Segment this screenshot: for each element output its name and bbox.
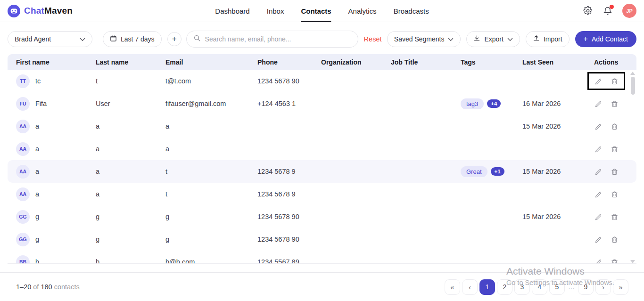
- add-filter-button[interactable]: +: [167, 32, 182, 46]
- cell-tags: Great+1: [461, 166, 522, 177]
- pagination-last-button[interactable]: »: [613, 279, 628, 295]
- table-row[interactable]: TTtctt@t.com1234 5678 90: [8, 70, 636, 92]
- cell-first-name: GGg: [16, 210, 96, 224]
- cell-phone: 1234 5678 90: [257, 213, 321, 220]
- column-header-tags[interactable]: Tags: [461, 58, 522, 66]
- first-name-text: a: [35, 190, 39, 198]
- table-row[interactable]: GGggg1234 5678 9015 Mar 2026: [8, 205, 636, 228]
- cell-first-name: AAa: [16, 120, 96, 133]
- export-label: Export: [484, 35, 503, 43]
- scrollbar-up-arrow-icon[interactable]: [630, 72, 635, 75]
- edit-pencil-icon[interactable]: [594, 258, 603, 264]
- table-row[interactable]: BBbbb@b.com1234 5567 89: [8, 251, 636, 264]
- avatar: GG: [16, 210, 30, 224]
- cell-last-name: b: [96, 258, 165, 264]
- edit-pencil-icon[interactable]: [594, 99, 603, 108]
- table-row[interactable]: AAaat1234 5678 9: [8, 183, 636, 205]
- delete-trash-icon[interactable]: [610, 258, 619, 264]
- column-header-phone[interactable]: Phone: [257, 58, 321, 66]
- nav-item-analytics[interactable]: Analytics: [348, 0, 377, 22]
- notifications-bell-icon[interactable]: [603, 6, 613, 16]
- nav-item-contacts[interactable]: Contacts: [301, 0, 331, 22]
- column-header-email[interactable]: Email: [165, 58, 257, 66]
- delete-trash-icon[interactable]: [610, 212, 619, 221]
- cell-first-name: AAa: [16, 187, 96, 201]
- pagination-next-button[interactable]: ›: [595, 279, 611, 295]
- avatar: FU: [16, 97, 30, 111]
- scrollbar-thumb[interactable]: [631, 77, 635, 95]
- delete-trash-icon[interactable]: [610, 235, 619, 244]
- column-header-first-name[interactable]: First name: [16, 58, 96, 66]
- first-name-text: b: [35, 258, 39, 264]
- pagination-page-9[interactable]: 9: [578, 279, 594, 295]
- cell-first-name: TTtc: [16, 74, 96, 88]
- edit-pencil-icon[interactable]: [594, 77, 603, 85]
- tag-count-badge[interactable]: +4: [487, 99, 501, 108]
- search-input[interactable]: [205, 35, 351, 43]
- delete-trash-icon[interactable]: [610, 145, 619, 153]
- add-contact-button[interactable]: + Add Contact: [575, 31, 636, 47]
- pagination-prev-button[interactable]: ‹: [462, 279, 478, 295]
- search-box: [186, 31, 358, 48]
- user-avatar[interactable]: JP: [622, 4, 636, 18]
- tag-pill[interactable]: Great: [461, 166, 487, 177]
- cell-last-name: a: [96, 168, 165, 175]
- nav-item-dashboard[interactable]: Dashboard: [215, 0, 249, 22]
- column-header-last-seen[interactable]: Last Seen: [522, 58, 594, 66]
- table-row[interactable]: AAaat1234 5678 9Great+115 Mar 2026: [8, 160, 636, 183]
- cell-email: g: [165, 236, 257, 243]
- cell-tags: tag3+4: [461, 98, 522, 109]
- table-row[interactable]: AAaaa: [8, 138, 636, 160]
- pagination-page-5[interactable]: 5: [549, 279, 565, 295]
- edit-pencil-icon[interactable]: [594, 235, 603, 244]
- count-range: 1–20: [16, 283, 31, 291]
- chevron-down-icon: [80, 35, 85, 43]
- edit-pencil-icon[interactable]: [594, 122, 603, 130]
- edit-pencil-icon[interactable]: [594, 167, 603, 176]
- count-unit: contacts: [54, 283, 80, 291]
- delete-trash-icon[interactable]: [610, 190, 619, 198]
- agent-select[interactable]: Bradd Agent: [8, 31, 92, 47]
- brand-logo[interactable]: ChatMaven: [8, 5, 73, 17]
- column-header-job-title[interactable]: Job Title: [391, 58, 461, 66]
- pagination-first-button[interactable]: «: [445, 279, 460, 295]
- saved-segments-dropdown[interactable]: Saved Segments: [387, 31, 461, 47]
- cell-last-name: a: [96, 122, 165, 130]
- pagination-page-2[interactable]: 2: [497, 279, 512, 295]
- reset-filters-link[interactable]: Reset: [364, 35, 382, 43]
- tag-pill[interactable]: tag3: [461, 98, 484, 109]
- import-label: Import: [544, 35, 562, 43]
- pagination-page-3[interactable]: 3: [514, 279, 530, 295]
- first-name-text: g: [35, 213, 39, 220]
- first-name-text: Fifa: [35, 100, 47, 107]
- edit-pencil-icon[interactable]: [594, 145, 603, 153]
- edit-pencil-icon[interactable]: [594, 190, 603, 198]
- chevron-down-icon: [448, 35, 454, 43]
- tag-count-badge[interactable]: +1: [491, 167, 504, 176]
- column-header-organization[interactable]: Organization: [321, 58, 391, 66]
- delete-trash-icon[interactable]: [610, 99, 619, 108]
- cell-last-name: a: [96, 190, 165, 198]
- cell-last-name: User: [96, 100, 165, 107]
- nav-item-inbox[interactable]: Inbox: [267, 0, 284, 22]
- export-dropdown[interactable]: Export: [466, 31, 520, 47]
- pagination-page-4[interactable]: 4: [532, 279, 547, 295]
- delete-trash-icon[interactable]: [610, 77, 619, 85]
- column-header-last-name[interactable]: Last name: [96, 58, 165, 66]
- avatar: GG: [16, 233, 30, 246]
- table-row[interactable]: GGggg1234 5678 90: [8, 228, 636, 251]
- import-button[interactable]: Import: [526, 31, 570, 47]
- pagination-page-1[interactable]: 1: [479, 279, 495, 295]
- delete-trash-icon[interactable]: [610, 167, 619, 176]
- edit-pencil-icon[interactable]: [594, 212, 603, 221]
- table-row[interactable]: AAaaa15 Mar 2026: [8, 115, 636, 138]
- table-row[interactable]: FUFifaUserfifauser@gmail.com+124 4563 1t…: [8, 92, 636, 115]
- settings-gear-icon[interactable]: [583, 6, 593, 16]
- date-range-button[interactable]: Last 7 days: [103, 31, 162, 47]
- table-footer: 1–20 of 180 contacts «‹12345…9›»: [0, 272, 644, 301]
- cell-actions: [594, 205, 636, 228]
- scrollbar-down-arrow-icon[interactable]: [630, 260, 635, 263]
- notification-dot: [610, 5, 614, 9]
- nav-item-broadcasts[interactable]: Broadcasts: [394, 0, 429, 22]
- delete-trash-icon[interactable]: [610, 122, 619, 130]
